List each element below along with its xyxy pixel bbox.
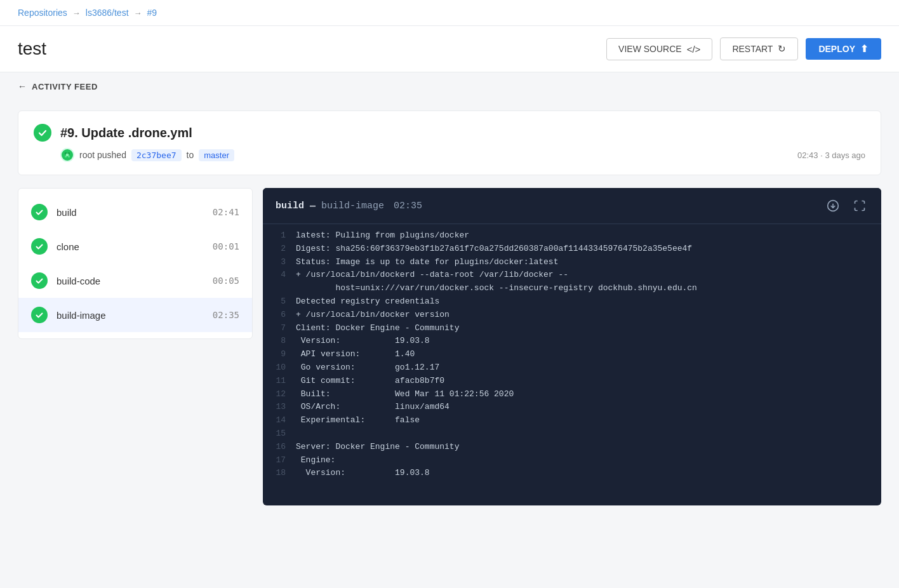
log-line-text: Version: 19.03.8 (296, 335, 430, 348)
log-line: 3Status: Image is up to date for plugins… (263, 256, 881, 269)
expand-log-button[interactable] (851, 197, 869, 215)
log-line-number: 1 (273, 229, 296, 243)
log-line-text: latest: Pulling from plugins/docker (296, 229, 469, 243)
log-line-number: 8 (273, 335, 296, 348)
log-line: 18 Version: 19.03.8 (263, 467, 881, 480)
log-line: 1latest: Pulling from plugins/docker (263, 229, 881, 243)
stage-item-clone[interactable]: clone 00:01 (18, 229, 252, 264)
log-line-number: 9 (273, 348, 296, 361)
log-actions (824, 197, 869, 215)
restart-label: RESTART (732, 44, 773, 54)
stage-item-build-image[interactable]: build-image 02:35 (18, 298, 252, 332)
log-line-number: 12 (273, 388, 296, 401)
log-line-number: 4 (273, 269, 296, 282)
log-line-number: 14 (273, 414, 296, 427)
log-line-text: + /usr/local/bin/dockerd --data-root /va… (296, 269, 568, 282)
build-commit-hash[interactable]: 2c37bee7 (131, 149, 182, 161)
activity-feed-label: ACTIVITY FEED (32, 82, 98, 91)
log-line-number (273, 282, 296, 295)
log-header: build — build-image 02:35 (263, 188, 881, 224)
build-user: root pushed (79, 150, 126, 160)
log-panel: build — build-image 02:35 (263, 188, 881, 505)
log-line: 6+ /usr/local/bin/docker version (263, 309, 881, 322)
restart-icon: ↻ (778, 43, 786, 55)
build-summary-card: #9. Update .drone.yml root pushed 2c37be… (18, 110, 881, 175)
avatar (60, 148, 74, 162)
log-line-text: + /usr/local/bin/docker version (296, 309, 450, 322)
stage-duration: 00:01 (213, 241, 239, 251)
stage-item-build-code[interactable]: build-code 00:05 (18, 264, 252, 298)
breadcrumb-sep1: → (72, 8, 81, 18)
log-title: build — build-image 02:35 (276, 201, 819, 211)
log-line: 8 Version: 19.03.8 (263, 335, 881, 348)
breadcrumb-sep2: → (134, 8, 142, 18)
log-line-text: Detected registry credentials (296, 295, 439, 309)
breadcrumb-repo[interactable]: ls3686/test (86, 8, 129, 18)
log-line: 11 Git commit: afacb8b7f0 (263, 375, 881, 388)
log-line: 4+ /usr/local/bin/dockerd --data-root /v… (263, 269, 881, 282)
main-content: #9. Update .drone.yml root pushed 2c37be… (0, 100, 899, 516)
activity-feed-nav[interactable]: ← ACTIVITY FEED (0, 72, 899, 100)
log-line-number: 6 (273, 309, 296, 322)
deploy-icon: ⬆ (860, 43, 869, 55)
view-source-label: VIEW SOURCE (618, 44, 682, 54)
restart-button[interactable]: RESTART ↻ (720, 37, 798, 60)
stage-check-icon (31, 307, 48, 323)
log-line: 5Detected registry credentials (263, 295, 881, 309)
log-line-number: 16 (273, 441, 296, 454)
log-line-text: Status: Image is up to date for plugins/… (296, 256, 558, 269)
build-success-icon (34, 124, 51, 142)
log-line: 9 API version: 1.40 (263, 348, 881, 361)
view-source-button[interactable]: VIEW SOURCE </> (606, 38, 712, 60)
log-line: 14 Experimental: false (263, 414, 881, 427)
stages-panel: build 02:41 clone 00:01 build-code 00:05… (18, 188, 253, 339)
stage-name: build-image (57, 310, 204, 321)
header-actions: VIEW SOURCE </> RESTART ↻ DEPLOY ⬆ (606, 37, 881, 60)
log-line-number: 3 (273, 256, 296, 269)
stage-name: build (57, 207, 204, 218)
log-line: 7Client: Docker Engine - Community (263, 322, 881, 335)
log-line-text: Git commit: afacb8b7f0 (296, 375, 444, 388)
log-line-text: Go version: go1.12.17 (296, 361, 439, 375)
log-line-number: 17 (273, 454, 296, 467)
log-line: 2Digest: sha256:60f36379eb3f1b27a61f7c0a… (263, 243, 881, 256)
log-line: 12 Built: Wed Mar 11 01:22:56 2020 (263, 388, 881, 401)
log-line-number: 13 (273, 401, 296, 414)
log-line: 16Server: Docker Engine - Community (263, 441, 881, 454)
source-icon: </> (687, 44, 701, 55)
log-body: 1latest: Pulling from plugins/docker2Dig… (263, 224, 881, 485)
stage-check-icon (31, 272, 48, 289)
breadcrumb: Repositories → ls3686/test → #9 (0, 0, 899, 26)
log-line-text: Experimental: false (296, 414, 420, 427)
log-line: 10 Go version: go1.12.17 (263, 361, 881, 375)
log-line-text: host=unix:///var/run/docker.sock --insec… (296, 282, 697, 295)
log-line: 17 Engine: (263, 454, 881, 467)
log-line-number: 10 (273, 361, 296, 375)
log-line-number: 7 (273, 322, 296, 335)
log-line-number: 18 (273, 467, 296, 480)
download-log-button[interactable] (824, 197, 842, 215)
svg-rect-5 (66, 154, 69, 156)
log-line-text: Version: 19.03.8 (296, 467, 430, 480)
build-time: 02:43 · 3 days ago (797, 150, 865, 160)
back-arrow-icon: ← (18, 81, 27, 91)
log-line-text: OS/Arch: linux/amd64 (296, 401, 450, 414)
stage-check-icon (31, 204, 48, 220)
log-line-text: Engine: (296, 454, 335, 467)
page-header: test VIEW SOURCE </> RESTART ↻ DEPLOY ⬆ (0, 26, 899, 72)
build-branch[interactable]: master (199, 149, 234, 161)
log-line-number: 2 (273, 243, 296, 256)
log-line-text: Built: Wed Mar 11 01:22:56 2020 (296, 388, 514, 401)
stage-check-icon (31, 238, 48, 255)
breadcrumb-build[interactable]: #9 (147, 8, 157, 18)
log-line-number: 15 (273, 427, 296, 441)
deploy-button[interactable]: DEPLOY ⬆ (806, 38, 881, 60)
stage-duration: 02:35 (213, 310, 239, 320)
log-line-text: API version: 1.40 (296, 348, 415, 361)
log-line: 13 OS/Arch: linux/amd64 (263, 401, 881, 414)
deploy-label: DEPLOY (818, 44, 855, 54)
log-line-number: 11 (273, 375, 296, 388)
breadcrumb-repositories[interactable]: Repositories (18, 8, 67, 18)
stage-item-build[interactable]: build 02:41 (18, 195, 252, 229)
page-title: test (18, 39, 46, 59)
